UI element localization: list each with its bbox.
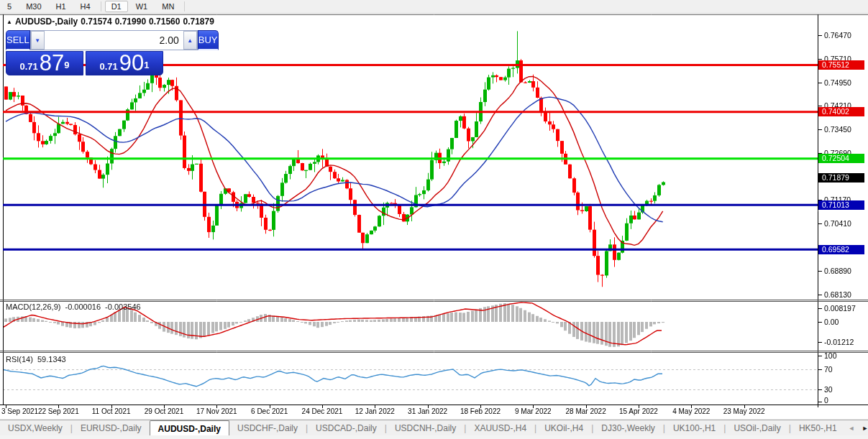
- price-axis-tick: 0.68890: [824, 267, 851, 276]
- buy-price-prefix: 0.71: [99, 60, 117, 74]
- rsi-axis-tick: 30: [824, 385, 833, 394]
- chart-tab-xauusd-h4[interactable]: XAUUSD-,H4: [466, 420, 534, 436]
- timeframe-button-w1[interactable]: W1: [129, 1, 155, 12]
- chart-tab-uk100-h1[interactable]: UK100-,H1: [665, 420, 723, 436]
- current-price-label: 0.71879: [818, 173, 864, 182]
- date-axis-label: 12 Jan 2022: [355, 407, 395, 415]
- chart-tab-usdcnh-daily[interactable]: USDCNH-,Daily: [387, 420, 464, 436]
- date-axis-label: 3 Sep 2021: [1, 407, 38, 415]
- chart-title: ▲AUDUSD-,Daily0.715740.719900.715600.718…: [6, 17, 217, 27]
- rsi-axis-tick: 70: [824, 365, 833, 374]
- timeframe-button-m30[interactable]: M30: [19, 1, 47, 12]
- date-axis-label: 15 Apr 2022: [619, 407, 658, 415]
- sell-price-big: 87: [40, 52, 64, 74]
- rsi-axis-tick: 100: [824, 351, 837, 361]
- date-axis-label: 28 Mar 2022: [566, 407, 606, 415]
- price-axis-tick: 0.70410: [824, 219, 851, 228]
- macd-value-signal: -0.003546: [105, 302, 141, 311]
- rsi-name: RSI(14): [6, 355, 33, 364]
- status-strip: [0, 435, 868, 439]
- macd-indicator-label: MACD(12,26,9) -0.000016 -0.003546: [6, 302, 143, 311]
- timeframe-button-h1[interactable]: H1: [50, 1, 73, 12]
- level-price-label: 0.75512: [818, 60, 864, 70]
- ohlc-open: 0.71574: [81, 17, 111, 27]
- timeframe-button-h4[interactable]: H4: [74, 1, 97, 12]
- chart-tab-usdx-weekly[interactable]: USDX,Weekly: [0, 420, 70, 436]
- collapse-panel-icon[interactable]: ▲: [6, 19, 12, 25]
- volume-input[interactable]: [45, 31, 183, 50]
- rsi-value: 59.1343: [37, 355, 66, 364]
- ohlc-low: 0.71560: [149, 17, 180, 27]
- price-axis-tick: 0.74950: [824, 78, 851, 88]
- tab-scroll-arrows: ◄►: [845, 420, 868, 436]
- date-axis-label: 18 Feb 2022: [460, 407, 501, 415]
- volume-increase-button[interactable]: ▲: [183, 31, 197, 50]
- ohlc-close: 0.71879: [183, 17, 214, 27]
- one-click-trading-panel: SELL ▼ ▲ BUY 0.71 87 9 0.71 90 1: [6, 30, 163, 75]
- date-axis-label: 31 Jan 2022: [408, 407, 447, 415]
- mt4-terminal-window: 5M30H1H4D1W1MN ▲AUDUSD-,Daily0.715740.71…: [0, 0, 868, 439]
- sell-price-prefix: 0.71: [19, 60, 37, 74]
- toolbar-separator: [101, 1, 101, 11]
- timeframe-button-d1[interactable]: D1: [105, 1, 128, 12]
- chart-tab-eurusd-daily[interactable]: EURUSD-,Daily: [73, 420, 150, 436]
- ohlc-high: 0.71990: [115, 17, 146, 27]
- date-axis-label: 24 Dec 2021: [302, 407, 343, 415]
- macd-axis-tick: -0.01212: [824, 338, 854, 347]
- buy-price-big: 90: [119, 52, 144, 74]
- chart-tab-dj30-weekly[interactable]: DJ30-,Weekly: [593, 420, 662, 436]
- level-price-label: 0.74002: [818, 107, 864, 116]
- date-axis-label: 6 Dec 2021: [251, 407, 288, 415]
- level-price-label: 0.72504: [818, 154, 864, 163]
- buy-price-display[interactable]: 0.71 90 1: [86, 51, 163, 75]
- chart-tab-usoil-daily[interactable]: USOil-,Daily: [726, 420, 788, 436]
- date-axis-label: 22 Sep 2021: [38, 407, 79, 415]
- date-axis-label: 17 Nov 2021: [196, 407, 237, 415]
- tab-scroll-left-icon[interactable]: ◄: [845, 425, 859, 432]
- sell-price-pip: 9: [64, 52, 69, 79]
- chart-symbol-period: AUDUSD-,Daily: [15, 17, 78, 27]
- level-price-label: 0.71013: [818, 200, 864, 210]
- price-axis-tick: 0.73450: [824, 125, 851, 134]
- date-axis-label: 4 May 2022: [672, 407, 710, 415]
- chart-tab-usdcad-daily[interactable]: USDCAD-,Daily: [308, 420, 385, 436]
- macd-axis-tick: 0.008197: [824, 304, 856, 313]
- volume-stepper: ▼ ▲: [30, 30, 198, 50]
- level-price-label: 0.69582: [818, 245, 864, 254]
- chart-tabs-bar: USDX,Weekly|EURUSD-,DailyAUDUSD-,DailyUS…: [0, 420, 868, 436]
- rsi-axis-tick: 0: [824, 396, 828, 405]
- price-axis-tick: 0.68130: [824, 290, 851, 300]
- chart-tab-ukoil-h4[interactable]: UKOil-,H4: [536, 420, 591, 436]
- sell-button[interactable]: SELL: [6, 30, 30, 50]
- volume-decrease-button[interactable]: ▼: [31, 31, 45, 50]
- sell-price-display[interactable]: 0.71 87 9: [6, 51, 83, 75]
- date-axis-label: 9 Mar 2022: [515, 407, 552, 415]
- price-axis-tick: 0.76470: [824, 31, 851, 40]
- buy-price-pip: 1: [144, 52, 149, 79]
- rsi-indicator-label: RSI(14) 59.1343: [6, 355, 68, 364]
- buy-button[interactable]: BUY: [198, 30, 219, 50]
- toolbar-separator: [184, 1, 185, 11]
- chart-tab-audusd-daily[interactable]: AUDUSD-,Daily: [150, 420, 229, 436]
- date-axis-label: 23 May 2022: [723, 407, 765, 415]
- chart-tab-hk50-h1[interactable]: HK50-,H1: [791, 420, 845, 436]
- timeframe-button-5[interactable]: 5: [1, 1, 18, 12]
- macd-name: MACD(12,26,9): [6, 302, 60, 311]
- chart-tab-usdchf-daily[interactable]: USDCHF-,Daily: [229, 420, 306, 436]
- tab-scroll-right-icon[interactable]: ►: [859, 425, 868, 432]
- macd-axis-tick: 0.00: [824, 318, 839, 327]
- date-axis-label: 29 Oct 2021: [145, 407, 183, 415]
- timeframe-toolbar: 5M30H1H4D1W1MN: [0, 0, 868, 14]
- macd-value-main: -0.000016: [65, 302, 101, 311]
- timeframe-button-mn[interactable]: MN: [155, 1, 181, 12]
- date-axis-label: 11 Oct 2021: [92, 407, 131, 415]
